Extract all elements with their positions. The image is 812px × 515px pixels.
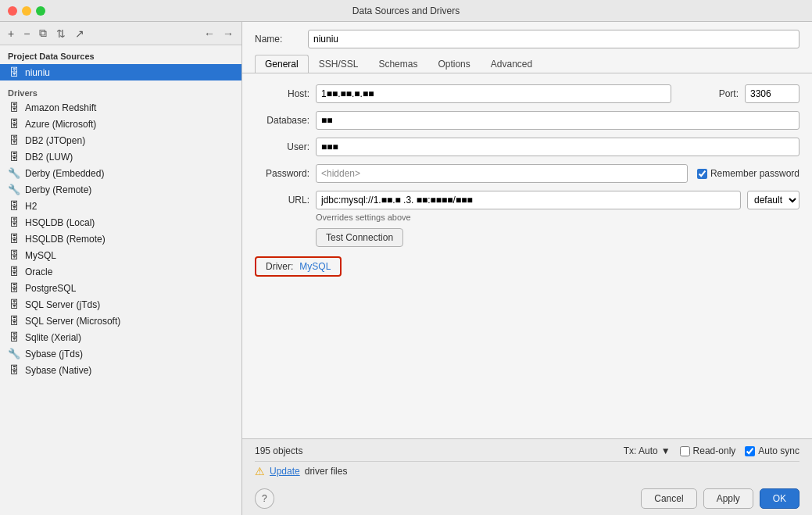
host-row: Host: Port: [255,84,799,103]
tx-auto[interactable]: Tx: Auto ▼ [624,445,671,456]
action-row: ? Cancel Apply OK [255,482,799,515]
tab-general[interactable]: General [255,55,309,73]
db-icon-12: 🗄 [8,299,20,310]
name-label: Name: [255,34,302,45]
sidebar: + − ⧉ ⇅ ↗ ← → Project Data Sources 🗄 niu… [0,22,242,515]
readonly-row: Read-only [680,445,736,456]
db-icon-9: 🗄 [8,249,20,261]
add-button[interactable]: + [5,26,17,41]
driver-label: Driver: [266,261,293,272]
sidebar-item-sql-server-jtds[interactable]: 🗄 SQL Server (jTds) [0,296,241,313]
move-button[interactable]: ⇅ [53,26,69,41]
db-icon-0: 🗄 [8,102,20,113]
remember-checkbox[interactable] [697,169,707,179]
port-input[interactable] [745,84,799,103]
driver-label-8: HSQLDB (Remote) [25,234,106,245]
user-label: User: [255,141,309,152]
db-icon-7: 🗄 [8,216,20,228]
name-input[interactable] [308,30,799,48]
db-icon-13: 🗄 [8,315,20,327]
sidebar-item-db2-jtopen[interactable]: 🗄 DB2 (JTOpen) [0,132,241,148]
url-mode-select[interactable]: default [747,191,799,209]
sidebar-item-sql-server-microsoft[interactable]: 🗄 SQL Server (Microsoft) [0,313,241,329]
driver-label-0: Amazon Redshift [25,102,96,113]
close-button[interactable] [8,6,17,16]
sidebar-item-hsqldb-remote[interactable]: 🗄 HSQLDB (Remote) [0,231,241,247]
sidebar-item-h2[interactable]: 🗄 H2 [0,198,241,214]
project-sources-header: Project Data Sources [0,45,241,64]
sidebar-item-mysql[interactable]: 🗄 MySQL [0,247,241,263]
back-button[interactable]: ← [201,26,218,41]
copy-button[interactable]: ⧉ [36,25,50,41]
db-icon-2: 🗄 [8,134,20,146]
sidebar-item-sybase-native[interactable]: 🗄 Sybase (Native) [0,362,241,378]
sidebar-item-sqlite[interactable]: 🗄 Sqlite (Xerial) [0,329,241,345]
driver-link[interactable]: MySQL [299,261,331,272]
sidebar-item-azure[interactable]: 🗄 Azure (Microsoft) [0,116,241,132]
content-area: Name: General SSH/SSL Schemas Options Ad… [242,22,812,515]
url-input[interactable] [316,191,741,209]
sidebar-item-postgresql[interactable]: 🗄 PostgreSQL [0,280,241,296]
user-input[interactable] [316,138,799,156]
drivers-label: Drivers [0,85,241,99]
database-row: Database: [255,111,799,130]
test-connection-button[interactable]: Test Connection [316,228,403,247]
sidebar-item-hsqldb-local[interactable]: 🗄 HSQLDB (Local) [0,214,241,231]
driver-label-14: Sqlite (Xerial) [25,332,81,343]
db-icon-6: 🗄 [8,200,20,212]
driver-box: Driver: MySQL [255,256,342,277]
host-input[interactable] [316,84,671,103]
db-icon-15: 🔧 [8,348,20,359]
database-input[interactable] [316,111,799,130]
db-icon-1: 🗄 [8,118,20,130]
autosync-checkbox[interactable] [745,446,755,456]
update-link[interactable]: Update [270,466,300,477]
cancel-button[interactable]: Cancel [641,488,696,509]
driver-label-13: SQL Server (Microsoft) [25,316,120,327]
forward-button[interactable]: → [220,26,237,41]
ok-button[interactable]: OK [760,488,799,509]
db-icon-16: 🗄 [8,364,20,376]
sidebar-item-niuniu[interactable]: 🗄 niuniu [0,64,241,80]
apply-button[interactable]: Apply [703,488,753,509]
db-icon-8: 🗄 [8,233,20,245]
minimize-button[interactable] [22,6,31,16]
sidebar-item-amazon-redshift[interactable]: 🗄 Amazon Redshift [0,99,241,116]
database-label: Database: [255,115,309,126]
driver-label-15: Sybase (jTds) [25,349,83,359]
db-icon-5: 🔧 [8,184,20,195]
window-controls[interactable] [8,6,45,16]
tab-ssh-ssl[interactable]: SSH/SSL [309,55,369,73]
db-icon: 🗄 [8,66,20,78]
remember-label: Remember password [710,168,799,179]
autosync-label: Auto sync [758,445,799,456]
tabs-bar: General SSH/SSL Schemas Options Advanced [242,55,812,73]
db-icon-3: 🗄 [8,151,20,163]
sidebar-item-db2-luw[interactable]: 🗄 DB2 (LUW) [0,148,241,165]
db-icon-14: 🗄 [8,331,20,343]
sidebar-item-sybase-jtds[interactable]: 🔧 Sybase (jTds) [0,345,241,362]
tab-options[interactable]: Options [427,55,480,73]
warning-suffix: driver files [305,466,348,477]
tab-schemas[interactable]: Schemas [368,55,427,73]
help-button[interactable]: ? [255,488,274,509]
driver-row: Driver: MySQL [255,256,799,277]
sidebar-item-derby-embedded[interactable]: 🔧 Derby (Embedded) [0,165,241,181]
bottom-bar: 195 objects Tx: Auto ▼ Read-only Auto sy… [242,438,812,515]
remove-button[interactable]: − [20,26,33,41]
tab-advanced[interactable]: Advanced [481,55,542,73]
maximize-button[interactable] [36,6,45,16]
driver-label-2: DB2 (JTOpen) [25,135,85,146]
readonly-checkbox[interactable] [680,446,690,456]
export-button[interactable]: ↗ [72,26,88,41]
driver-label-1: Azure (Microsoft) [25,119,96,130]
driver-label-4: Derby (Embedded) [25,168,104,179]
password-input[interactable] [316,164,688,183]
driver-label-16: Sybase (Native) [25,365,91,376]
password-row: Password: Remember password [255,164,799,183]
url-label: URL: [255,195,309,206]
sidebar-item-oracle[interactable]: 🗄 Oracle [0,263,241,280]
sidebar-item-derby-remote[interactable]: 🔧 Derby (Remote) [0,181,241,198]
sidebar-toolbar: + − ⧉ ⇅ ↗ ← → [0,22,241,45]
driver-label-12: SQL Server (jTds) [25,299,100,310]
